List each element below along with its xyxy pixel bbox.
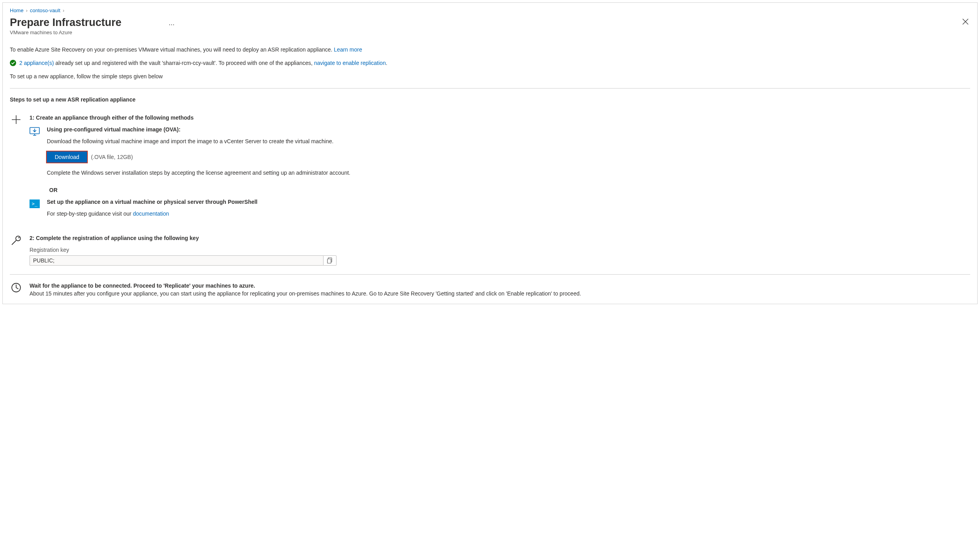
svg-rect-5 — [327, 259, 331, 263]
learn-more-link[interactable]: Learn more — [334, 46, 362, 53]
registration-key-input[interactable] — [30, 255, 323, 266]
close-icon[interactable] — [961, 17, 970, 28]
page-subtitle: VMware machines to Azure — [10, 30, 122, 35]
svg-point-0 — [10, 60, 16, 66]
status-text: 2 appliance(s) already set up and regist… — [19, 60, 387, 66]
clock-icon — [10, 283, 22, 297]
download-file-hint: (.OVA file, 12GB) — [91, 154, 133, 160]
download-button[interactable]: Download — [47, 151, 87, 163]
intro-text: To enable Azure Site Recovery on your on… — [10, 46, 332, 53]
ova-monitor-icon — [30, 126, 41, 183]
ps-method-title: Set up the appliance on a virtual machin… — [47, 199, 970, 205]
breadcrumb-vault[interactable]: contoso-vault — [30, 7, 60, 13]
svg-point-2 — [16, 236, 20, 241]
or-label: OR — [49, 187, 970, 193]
powershell-icon: >_ — [30, 199, 41, 224]
success-check-icon — [10, 60, 16, 66]
copy-icon — [327, 257, 333, 264]
appliance-count-link[interactable]: 2 appliance(s) — [19, 60, 54, 66]
breadcrumb-sep: › — [63, 7, 64, 13]
more-menu-icon[interactable]: ··· — [169, 20, 175, 29]
ps-method-desc: For step-by-step guidance visit our docu… — [47, 211, 970, 217]
wait-title: Wait for the appliance to be connected. … — [30, 283, 970, 289]
key-icon — [10, 235, 22, 266]
copy-button[interactable] — [323, 255, 337, 266]
registration-key-label: Registration key — [30, 247, 970, 253]
documentation-link[interactable]: documentation — [133, 211, 169, 217]
breadcrumb-home[interactable]: Home — [10, 7, 24, 13]
page-title: Prepare Infrastructure — [10, 17, 122, 29]
breadcrumb-sep: › — [26, 7, 28, 13]
step2-title: 2: Complete the registration of applianc… — [30, 235, 970, 241]
wait-desc: About 15 minutes after you configure you… — [30, 290, 970, 297]
ova-method-title: Using pre-configured virtual machine ima… — [47, 126, 970, 133]
divider — [10, 274, 970, 275]
breadcrumb: Home › contoso-vault › — [10, 7, 970, 13]
divider — [10, 88, 970, 89]
steps-header: Steps to set up a new ASR replication ap… — [10, 96, 970, 103]
setup-new-text: To set up a new appliance, follow the si… — [10, 73, 970, 79]
ova-method-desc: Download the following virtual machine i… — [47, 138, 970, 144]
enable-replication-link[interactable]: navigate to enable replication — [314, 60, 386, 66]
add-icon — [10, 115, 22, 228]
svg-point-3 — [18, 237, 20, 238]
step1-title: 1: Create an appliance through either of… — [30, 115, 970, 121]
ova-complete-text: Complete the Windows server installation… — [47, 170, 970, 176]
